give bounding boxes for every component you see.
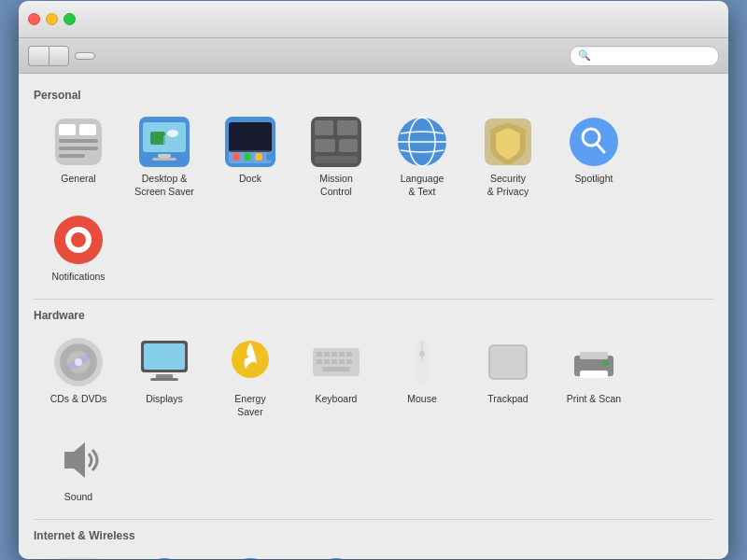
- close-button[interactable]: [28, 13, 40, 25]
- pref-icon-language-text: [395, 115, 449, 169]
- pref-label-cds-dvds: CDs & DVDs: [50, 393, 107, 406]
- pref-item-mission-control[interactable]: Mission Control: [295, 109, 377, 203]
- pref-item-security-privacy[interactable]: Security & Privacy: [467, 109, 549, 203]
- section-title-personal: Personal: [34, 89, 713, 102]
- pref-label-sound: Sound: [64, 491, 92, 504]
- pref-icon-network: [223, 555, 277, 559]
- pref-icon-mission-control: [309, 115, 363, 169]
- pref-label-mouse: Mouse: [407, 393, 437, 406]
- svg-rect-8: [150, 132, 165, 145]
- pref-item-displays[interactable]: Displays: [123, 329, 205, 424]
- pref-label-desktop-screen-saver: Desktop & Screen Saver: [134, 173, 194, 198]
- svg-rect-54: [331, 359, 337, 364]
- pref-item-bluetooth[interactable]: Bluetooth: [295, 550, 377, 559]
- section-personal: PersonalGeneralDesktop & Screen SaverDoc…: [34, 89, 713, 289]
- svg-rect-48: [324, 352, 330, 357]
- svg-rect-44: [150, 378, 178, 381]
- back-button[interactable]: [28, 46, 49, 66]
- svg-rect-67: [53, 557, 104, 559]
- svg-rect-4: [59, 147, 98, 150]
- svg-rect-21: [315, 120, 333, 135]
- svg-rect-16: [233, 153, 240, 161]
- svg-rect-63: [580, 352, 608, 359]
- pref-icon-bluetooth: [309, 555, 363, 559]
- section-divider: [34, 299, 713, 300]
- svg-rect-14: [229, 122, 272, 152]
- pref-icon-trackpad: [481, 335, 535, 389]
- svg-rect-1: [59, 124, 76, 135]
- pref-icon-sharing: [395, 555, 449, 559]
- pref-label-spotlight: Spotlight: [575, 173, 613, 186]
- svg-point-59: [419, 351, 425, 357]
- svg-rect-64: [580, 371, 608, 378]
- pref-item-energy-saver[interactable]: Energy Saver: [209, 329, 291, 424]
- svg-rect-18: [255, 153, 262, 161]
- pref-item-language-text[interactable]: Language & Text: [381, 109, 463, 203]
- pref-label-security-privacy: Security & Privacy: [487, 173, 529, 198]
- pref-label-keyboard: Keyboard: [316, 393, 358, 406]
- pref-icon-security-privacy: [481, 115, 535, 169]
- traffic-lights: [28, 13, 76, 25]
- pref-icon-spotlight: [567, 115, 621, 169]
- pref-item-general[interactable]: General: [37, 109, 120, 203]
- section-internet-wireless: Internet & WirelessiCloud@Mail, Contacts…: [34, 529, 713, 559]
- pref-icon-notifications: [51, 213, 106, 267]
- pref-label-energy-saver: Energy Saver: [234, 393, 265, 418]
- pref-item-notifications[interactable]: Notifications: [37, 207, 120, 289]
- pref-item-network[interactable]: Network: [209, 550, 291, 559]
- section-title-hardware: Hardware: [34, 309, 713, 322]
- svg-rect-3: [59, 139, 98, 143]
- pref-icon-desktop-screen-saver: [137, 115, 191, 169]
- svg-rect-47: [317, 352, 322, 357]
- svg-rect-12: [152, 158, 176, 161]
- pref-icon-print-scan: [567, 335, 621, 389]
- pref-item-sound[interactable]: Sound: [37, 427, 120, 510]
- pref-icon-keyboard: [309, 335, 363, 389]
- show-all-button[interactable]: [75, 52, 95, 60]
- svg-rect-42: [144, 343, 185, 370]
- pref-label-trackpad: Trackpad: [487, 393, 528, 406]
- pref-item-print-scan[interactable]: Print & Scan: [553, 329, 635, 424]
- maximize-button[interactable]: [63, 13, 76, 25]
- titlebar: [19, 1, 728, 38]
- svg-rect-11: [158, 154, 171, 158]
- svg-rect-56: [346, 359, 352, 364]
- search-bar[interactable]: 🔍: [570, 46, 719, 66]
- nav-buttons: [28, 46, 69, 66]
- svg-point-65: [603, 360, 609, 366]
- svg-rect-53: [324, 359, 330, 364]
- forward-button[interactable]: [49, 46, 69, 66]
- pref-label-general: General: [61, 173, 95, 186]
- pref-item-cds-dvds[interactable]: CDs & DVDs: [37, 329, 120, 424]
- pref-item-dock[interactable]: Dock: [209, 109, 291, 203]
- pref-item-keyboard[interactable]: Keyboard: [295, 329, 377, 424]
- pref-item-mouse[interactable]: Mouse: [381, 329, 463, 424]
- icons-grid-hardware: CDs & DVDsDisplaysEnergy SaverKeyboardMo…: [34, 329, 713, 510]
- svg-rect-2: [79, 124, 96, 135]
- svg-point-30: [570, 118, 618, 166]
- svg-rect-17: [244, 153, 251, 161]
- search-icon: 🔍: [578, 49, 591, 62]
- pref-item-desktop-screen-saver[interactable]: Desktop & Screen Saver: [123, 109, 205, 203]
- pref-icon-general: [51, 115, 106, 169]
- svg-point-35: [71, 232, 86, 247]
- pref-label-mission-control: Mission Control: [319, 173, 353, 198]
- pref-item-icloud[interactable]: iCloud: [37, 550, 120, 559]
- svg-point-10: [167, 130, 178, 137]
- pref-icon-mouse: [395, 335, 449, 389]
- svg-rect-24: [339, 139, 358, 152]
- preferences-content: PersonalGeneralDesktop & Screen SaverDoc…: [19, 74, 728, 559]
- pref-label-displays: Displays: [146, 393, 183, 406]
- pref-label-dock: Dock: [239, 173, 261, 186]
- pref-item-trackpad[interactable]: Trackpad: [467, 329, 549, 424]
- pref-item-spotlight[interactable]: Spotlight: [553, 109, 635, 203]
- minimize-button[interactable]: [46, 13, 58, 25]
- svg-rect-49: [331, 352, 337, 357]
- svg-rect-19: [266, 153, 274, 161]
- svg-rect-43: [156, 374, 173, 378]
- pref-item-sharing[interactable]: Sharing: [381, 550, 463, 559]
- pref-icon-mail-contacts-calendars: @: [137, 555, 191, 559]
- pref-label-print-scan: Print & Scan: [567, 393, 621, 406]
- svg-point-74: [312, 558, 360, 559]
- pref-item-mail-contacts-calendars[interactable]: @Mail, Contacts & Calendars: [123, 550, 205, 559]
